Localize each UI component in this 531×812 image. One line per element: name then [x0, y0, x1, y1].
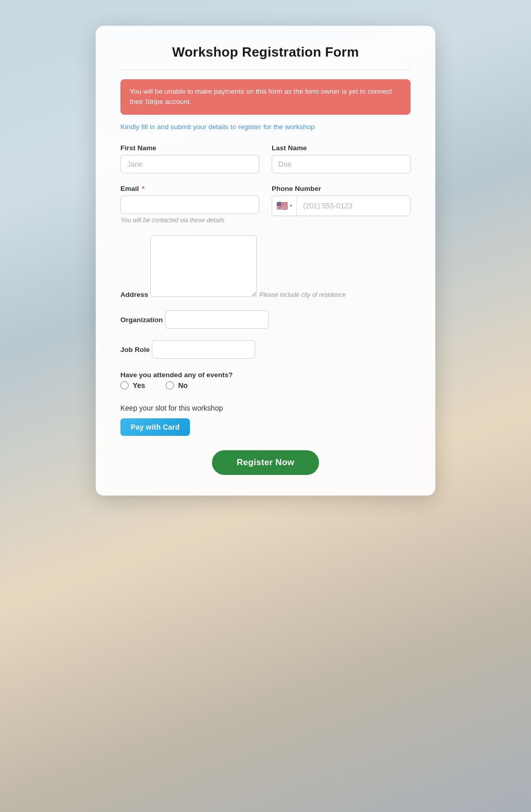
phone-group: Phone Number 🇺🇸 ▾: [272, 185, 411, 224]
name-row: First Name Last Name: [120, 144, 411, 173]
stripe-alert: You will be unable to make payments on t…: [120, 79, 411, 115]
required-marker: *: [140, 185, 145, 192]
job-role-row: Job Role: [120, 340, 411, 359]
chevron-down-icon: ▾: [290, 203, 292, 208]
payment-section: Keep your slot for this workshop Pay wit…: [120, 404, 411, 436]
last-name-group: Last Name: [272, 144, 411, 173]
pay-with-card-button[interactable]: Pay with Card: [120, 418, 190, 436]
payment-label: Keep your slot for this workshop: [120, 404, 411, 412]
address-label: Address: [120, 291, 148, 298]
events-no-radio[interactable]: [166, 381, 174, 390]
organization-label: Organization: [120, 316, 163, 324]
events-radio-group: Yes No: [120, 381, 411, 393]
events-no-label: No: [178, 381, 188, 390]
last-name-label: Last Name: [272, 144, 411, 152]
form-subtitle: Kindly fill in and submit your details t…: [120, 123, 411, 131]
phone-flag-selector[interactable]: 🇺🇸 ▾: [272, 196, 297, 216]
first-name-input[interactable]: [120, 155, 259, 173]
job-role-label: Job Role: [120, 346, 150, 354]
phone-number-input[interactable]: [297, 197, 410, 215]
title-divider: [120, 69, 411, 70]
address-row: Address Please include city of residence: [120, 235, 411, 299]
form-title: Workshop Registration Form: [120, 44, 411, 60]
events-yes-option[interactable]: Yes: [120, 381, 145, 390]
job-role-input[interactable]: [152, 340, 255, 359]
email-group: Email * You will be contacted via these …: [120, 185, 259, 224]
events-yes-radio[interactable]: [120, 381, 129, 390]
register-now-button[interactable]: Register Now: [212, 450, 319, 475]
phone-input-group: 🇺🇸 ▾: [272, 196, 411, 216]
organization-row: Organization: [120, 310, 411, 329]
phone-label: Phone Number: [272, 185, 411, 192]
email-label: Email *: [120, 185, 259, 192]
organization-input[interactable]: [165, 310, 269, 329]
first-name-group: First Name: [120, 144, 259, 173]
first-name-label: First Name: [120, 144, 259, 152]
last-name-input[interactable]: [272, 155, 411, 173]
events-row: Have you attended any of events? Yes No: [120, 370, 411, 393]
address-input[interactable]: [150, 235, 257, 297]
registration-form: Workshop Registration Form You will be u…: [96, 26, 435, 496]
email-phone-row: Email * You will be contacted via these …: [120, 185, 411, 224]
email-input[interactable]: [120, 196, 259, 214]
address-hint: Please include city of residence: [259, 291, 346, 298]
events-yes-label: Yes: [133, 381, 145, 390]
events-no-option[interactable]: No: [166, 381, 188, 390]
email-hint: You will be contacted via these details: [120, 217, 259, 224]
events-label: Have you attended any of events?: [120, 371, 233, 379]
submit-section: Register Now: [120, 450, 411, 475]
us-flag-icon: 🇺🇸: [276, 201, 288, 210]
